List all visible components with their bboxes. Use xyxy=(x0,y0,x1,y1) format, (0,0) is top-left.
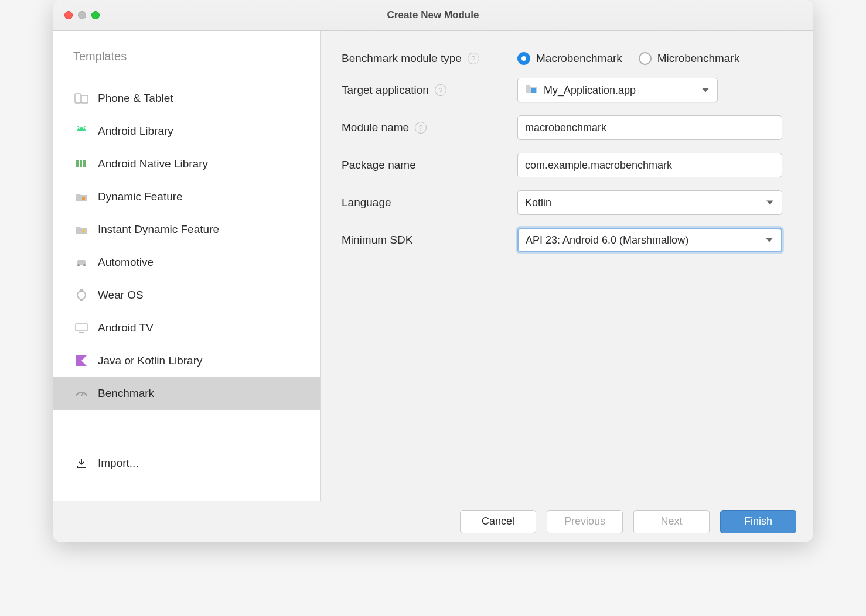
radio-macrobenchmark[interactable]: Macrobenchmark xyxy=(517,52,622,65)
label-target-app: Target application ? xyxy=(342,84,517,97)
language-value: Kotlin xyxy=(525,197,551,209)
native-library-icon xyxy=(73,158,90,170)
template-label: Phone & Tablet xyxy=(98,92,173,105)
svg-point-12 xyxy=(77,291,86,299)
radio-checked-icon xyxy=(517,52,530,65)
min-sdk-value: API 23: Android 6.0 (Marshmallow) xyxy=(526,234,688,247)
svg-point-2 xyxy=(79,128,80,129)
row-module-name: Module name ? xyxy=(342,115,792,140)
dialog-footer: Cancel Previous Next Finish xyxy=(53,501,813,542)
content-area: Templates Phone & Tablet xyxy=(53,31,813,501)
label-package-name: Package name xyxy=(342,159,517,172)
svg-rect-14 xyxy=(80,299,83,301)
minimize-window-icon xyxy=(78,11,86,19)
tv-icon xyxy=(73,321,90,334)
window-controls xyxy=(53,11,100,19)
svg-point-3 xyxy=(83,128,84,129)
import-item[interactable]: Import... xyxy=(53,447,320,480)
svg-rect-6 xyxy=(76,160,79,167)
dynamic-feature-icon xyxy=(73,190,90,203)
titlebar: Create New Module xyxy=(53,0,813,31)
svg-rect-7 xyxy=(80,160,82,167)
label-module-name: Module name ? xyxy=(342,121,517,134)
template-dynamic-feature[interactable]: Dynamic Feature xyxy=(53,180,320,213)
svg-rect-1 xyxy=(81,95,88,103)
svg-rect-18 xyxy=(531,88,536,93)
automotive-icon xyxy=(73,256,90,269)
svg-rect-9 xyxy=(82,197,85,200)
template-instant-dynamic-feature[interactable]: Instant Dynamic Feature xyxy=(53,213,320,246)
window-title: Create New Module xyxy=(53,9,813,21)
instant-dynamic-feature-icon xyxy=(73,223,90,236)
template-android-native-library[interactable]: Android Native Library xyxy=(53,148,320,180)
template-wear-os[interactable]: Wear OS xyxy=(53,279,320,312)
templates-heading: Templates xyxy=(53,50,320,63)
template-label: Java or Kotlin Library xyxy=(98,354,202,367)
chevron-down-icon xyxy=(702,88,709,93)
finish-button[interactable]: Finish xyxy=(720,510,796,533)
dialog-window: Create New Module Templates Phone & Tabl… xyxy=(53,0,813,542)
svg-rect-13 xyxy=(80,289,83,291)
benchmark-icon xyxy=(73,387,90,400)
svg-point-11 xyxy=(83,264,86,266)
folder-app-icon xyxy=(525,84,538,97)
import-icon xyxy=(73,457,90,470)
target-app-select[interactable]: My_Application.app xyxy=(517,78,718,102)
template-android-library[interactable]: Android Library xyxy=(53,115,320,148)
package-name-input-wrapper xyxy=(517,153,782,177)
template-benchmark[interactable]: Benchmark xyxy=(53,377,320,410)
package-name-input[interactable] xyxy=(525,159,775,172)
template-label: Wear OS xyxy=(98,289,144,302)
row-target-app: Target application ? My_Application.app xyxy=(342,78,792,102)
close-window-icon[interactable] xyxy=(64,11,73,19)
wear-os-icon xyxy=(73,289,90,302)
row-package-name: Package name xyxy=(342,153,792,177)
help-icon[interactable]: ? xyxy=(415,122,427,134)
label-module-type: Benchmark module type ? xyxy=(342,52,517,65)
target-app-value: My_Application.app xyxy=(544,84,636,97)
module-name-input[interactable] xyxy=(525,122,775,134)
template-label: Instant Dynamic Feature xyxy=(98,223,219,236)
svg-point-10 xyxy=(77,264,80,266)
template-label: Benchmark xyxy=(98,387,154,400)
module-type-radio-group: Macrobenchmark Microbenchmark xyxy=(517,52,792,65)
chevron-down-icon xyxy=(766,238,773,242)
phone-tablet-icon xyxy=(73,92,90,105)
template-list: Phone & Tablet Android Library xyxy=(53,82,320,410)
template-java-kotlin-library[interactable]: Java or Kotlin Library xyxy=(53,344,320,377)
templates-sidebar: Templates Phone & Tablet xyxy=(53,31,321,501)
row-language: Language Kotlin xyxy=(342,190,792,215)
kotlin-icon xyxy=(73,354,90,367)
previous-button: Previous xyxy=(547,510,623,533)
template-label: Automotive xyxy=(98,256,154,269)
template-phone-tablet[interactable]: Phone & Tablet xyxy=(53,82,320,115)
svg-line-5 xyxy=(84,126,86,127)
android-icon xyxy=(73,125,90,138)
chevron-down-icon xyxy=(766,201,773,205)
template-label: Dynamic Feature xyxy=(98,190,183,203)
template-label: Android TV xyxy=(98,321,154,334)
label-language: Language xyxy=(342,196,517,209)
radio-unchecked-icon xyxy=(639,52,652,65)
svg-rect-15 xyxy=(76,324,87,331)
cancel-button[interactable]: Cancel xyxy=(460,510,536,533)
svg-rect-8 xyxy=(83,160,86,167)
label-min-sdk: Minimum SDK xyxy=(342,234,517,247)
next-button: Next xyxy=(633,510,710,533)
form-panel: Benchmark module type ? Macrobenchmark M… xyxy=(321,31,813,501)
help-icon[interactable]: ? xyxy=(435,84,446,96)
template-label: Android Native Library xyxy=(98,158,208,170)
radio-microbenchmark[interactable]: Microbenchmark xyxy=(639,52,739,65)
row-module-type: Benchmark module type ? Macrobenchmark M… xyxy=(342,52,792,65)
template-android-tv[interactable]: Android TV xyxy=(53,312,320,344)
module-name-input-wrapper xyxy=(517,115,782,140)
min-sdk-select[interactable]: API 23: Android 6.0 (Marshmallow) xyxy=(517,228,782,252)
template-label: Android Library xyxy=(98,125,173,138)
template-automotive[interactable]: Automotive xyxy=(53,246,320,279)
import-label: Import... xyxy=(98,457,139,470)
svg-rect-0 xyxy=(75,94,81,103)
language-select[interactable]: Kotlin xyxy=(517,190,782,215)
help-icon[interactable]: ? xyxy=(468,53,479,64)
row-min-sdk: Minimum SDK API 23: Android 6.0 (Marshma… xyxy=(342,228,792,252)
maximize-window-icon[interactable] xyxy=(91,11,100,19)
